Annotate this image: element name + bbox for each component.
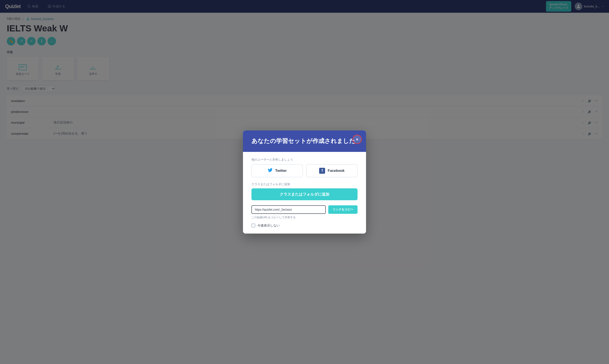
modal-title: あなたの学習セットが作成されました <box>252 137 357 143</box>
close-button[interactable]: × <box>352 135 362 143</box>
modal: あなたの学習セットが作成されました × 他のユーザーと共有しましょう Twitt… <box>243 130 366 143</box>
modal-overlay[interactable]: あなたの学習セットが作成されました × 他のユーザーと共有しましょう Twitt… <box>0 0 609 143</box>
modal-header: あなたの学習セットが作成されました × <box>243 130 366 143</box>
